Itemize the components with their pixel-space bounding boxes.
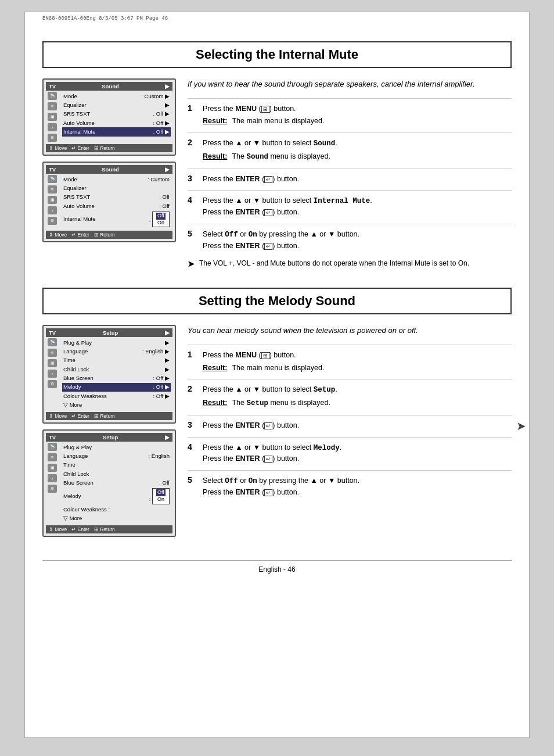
tv-dropdown-2: Off On bbox=[152, 488, 170, 504]
tv-icon-picture-3: ▣ bbox=[48, 359, 57, 367]
tv-icon-antenna: 📡 bbox=[48, 92, 57, 100]
tv-topbar-3: TV Setup ▶ bbox=[46, 328, 172, 337]
tv-icons-3: 📡 ≋ ▣ ♪ ⚙ bbox=[46, 337, 59, 411]
tv-screen-4: TV Setup ▶ 📡 ≋ ▣ ♪ ⚙ bbox=[42, 429, 176, 537]
tv-menu-list-1: Mode: Custom ▶ Equalizer▶ SRS TSXT: Off … bbox=[60, 91, 172, 143]
tv-topbar-2: TV Sound ▶ bbox=[46, 165, 172, 174]
tv-icon-sound: ♪ bbox=[48, 123, 57, 131]
step-num-1-1: 1 bbox=[188, 103, 197, 113]
step-num-2-2: 2 bbox=[188, 384, 197, 393]
page-number: English - 46 bbox=[42, 560, 512, 574]
section1-intro: If you want to hear the sound through se… bbox=[188, 78, 512, 90]
step-1-3: 3 Press the ENTER (↵) button. bbox=[188, 169, 512, 185]
step-content-1-3: Press the ENTER (↵) button. bbox=[203, 174, 512, 185]
section1-instructions: If you want to hear the sound through se… bbox=[188, 78, 512, 270]
step-1-5: 5 Select Off or On by pressing the ▲ or … bbox=[188, 224, 512, 252]
tv-row3-plug: Plug & Play▶ bbox=[62, 338, 171, 347]
tv-row3-colour: Colour Weakness: Off ▶ bbox=[62, 392, 171, 400]
tv-icon-sound-3: ♪ bbox=[48, 370, 57, 378]
tv-icon-signal-3: ≋ bbox=[48, 349, 57, 357]
step-2-1: 1 Press the MENU (⊞) button. Result: The… bbox=[188, 345, 512, 374]
tv-row-srs: SRS TSXT: Off ▶ bbox=[62, 110, 171, 119]
tv-topbar-4: TV Setup ▶ bbox=[46, 433, 172, 442]
tv-arrow-2: ▶ bbox=[165, 166, 170, 173]
tv-content-1: 📡 ≋ ▣ ♪ ⚙ Mode: Custom ▶ Equalizer▶ bbox=[46, 91, 172, 143]
tv-menu-list-3: Plug & Play▶ Language: English ▶ Time▶ C… bbox=[60, 337, 172, 411]
step-num-1-3: 3 bbox=[188, 174, 197, 183]
dropdown-off: Off bbox=[156, 213, 166, 220]
tv-icon-antenna-4: 📡 bbox=[48, 443, 57, 451]
note-text-1: The VOL +, VOL - and Mute buttons do not… bbox=[199, 258, 469, 270]
section1-steps: 1 Press the MENU (⊞) button. Result: The… bbox=[188, 98, 512, 252]
section1-screens: TV Sound ▶ 📡 ≋ ▣ ♪ ⚙ bbox=[42, 78, 176, 270]
tv-bottombar-4: ⇕ Move ↵ Enter ⊞ Return bbox=[46, 525, 172, 533]
right-margin-arrow: ➤ bbox=[516, 419, 526, 433]
dropdown-on: On bbox=[156, 220, 166, 227]
tv-row2-equalizer: Equalizer bbox=[62, 184, 171, 192]
tv-icon-sound-2: ♪ bbox=[48, 206, 57, 214]
tv-row4-lang: Language: English bbox=[62, 452, 171, 460]
step-2-2: 2 Press the ▲ or ▼ button to select Setu… bbox=[188, 379, 512, 409]
tv-icon-picture: ▣ bbox=[48, 113, 57, 121]
tv-row3-lang: Language: English ▶ bbox=[62, 347, 171, 356]
tv-icon-antenna-2: 📡 bbox=[48, 175, 57, 183]
tv-dropdown-1: Off On bbox=[152, 212, 170, 227]
step-2-4: 4 Press the ▲ or ▼ button to select Melo… bbox=[188, 437, 512, 465]
tv-row2-autovol: Auto Volume: Off bbox=[62, 202, 171, 210]
tv-icon-picture-4: ▣ bbox=[48, 464, 57, 472]
section2-header: Setting the Melody Sound bbox=[42, 288, 512, 314]
step-content-2-1: Press the MENU (⊞) button. Result: The m… bbox=[203, 350, 512, 374]
note-box-1: ➤ The VOL +, VOL - and Mute buttons do n… bbox=[188, 258, 512, 270]
step-num-1-4: 4 bbox=[188, 195, 197, 205]
tv-content-2: 📡 ≋ ▣ ♪ ⚙ Mode: Custom Equalizer bbox=[46, 174, 172, 230]
tv-row-autovol: Auto Volume: Off ▶ bbox=[62, 119, 171, 127]
tv-row3-time: Time▶ bbox=[62, 356, 171, 365]
step-num-1-5: 5 bbox=[188, 229, 197, 238]
tv-row4-melody: Melody : Off On bbox=[62, 488, 171, 505]
section2-title: Setting the Melody Sound bbox=[55, 293, 499, 309]
tv-icon-setup: ⚙ bbox=[48, 134, 57, 142]
tv-row4-more: ▽ More bbox=[62, 514, 171, 522]
tv-row-equalizer: Equalizer▶ bbox=[62, 101, 171, 109]
tv-menu-title-1: Sound bbox=[102, 83, 119, 89]
tv-screen-2: TV Sound ▶ 📡 ≋ ▣ ♪ ⚙ bbox=[42, 162, 176, 242]
section1-body: TV Sound ▶ 📡 ≋ ▣ ♪ ⚙ bbox=[42, 78, 512, 270]
print-header: BN68-00951A-00Eng 8/3/05 3:07 PM Page 46 bbox=[42, 16, 168, 22]
tv-row3-bluescreen: Blue Screen: Off ▶ bbox=[62, 374, 171, 383]
section2-instructions: You can hear melody sound when the telev… bbox=[188, 325, 512, 543]
result-1-2: Result: The Sound menu is displayed. bbox=[203, 151, 512, 163]
step-num-2-4: 4 bbox=[188, 442, 197, 452]
tv-row2-internal: Internal Mute : Off On bbox=[62, 210, 171, 228]
result-1-1: Result: The main menu is displayed. bbox=[203, 116, 512, 127]
tv-row4-colour: Colour Weakness : bbox=[62, 505, 171, 514]
page: BN68-00951A-00Eng 8/3/05 3:07 PM Page 46… bbox=[24, 12, 530, 738]
tv-icon-signal: ≋ bbox=[48, 102, 57, 110]
tv-row-internal-mute: Internal Mute: Off ▶ bbox=[62, 127, 171, 136]
step-content-1-1: Press the MENU (⊞) button. Result: The m… bbox=[203, 103, 512, 127]
section-internal-mute: Selecting the Internal Mute TV Sound ▶ 📡… bbox=[42, 41, 512, 574]
tv-menu-list-2: Mode: Custom Equalizer SRS TSXT: Off Aut… bbox=[60, 174, 172, 230]
tv-row2-mode: Mode: Custom bbox=[62, 175, 171, 184]
tv-content-3: 📡 ≋ ▣ ♪ ⚙ Plug & Play▶ bbox=[46, 337, 172, 411]
tv-row3-more: ▽ More bbox=[62, 401, 171, 410]
step-1-4: 4 Press the ▲ or ▼ button to select Inte… bbox=[188, 190, 512, 218]
tv-row2-srs: SRS TSXT: Off bbox=[62, 193, 171, 202]
tv-row-mode: Mode: Custom ▶ bbox=[62, 92, 171, 101]
step-1-1: 1 Press the MENU (⊞) button. Result: The… bbox=[188, 98, 512, 127]
tv-icon-setup-3: ⚙ bbox=[48, 380, 57, 388]
tv-icon-signal-2: ≋ bbox=[48, 185, 57, 194]
tv-icon-setup-4: ⚙ bbox=[48, 485, 57, 493]
section2-intro: You can hear melody sound when the telev… bbox=[188, 325, 512, 336]
tv-row4-bluescreen: Blue Screen: Off bbox=[62, 478, 171, 487]
tv-content-4: 📡 ≋ ▣ ♪ ⚙ Plug & Play bbox=[46, 442, 172, 524]
section2-steps: 1 Press the MENU (⊞) button. Result: The… bbox=[188, 345, 512, 498]
step-2-3: 3 Press the ENTER (↵) button. bbox=[188, 415, 512, 431]
tv-row4-time: Time bbox=[62, 461, 171, 470]
step-content-1-4: Press the ▲ or ▼ button to select Intern… bbox=[203, 195, 512, 218]
step-num-2-1: 1 bbox=[188, 350, 197, 359]
section2-screens: TV Setup ▶ 📡 ≋ ▣ ♪ ⚙ bbox=[42, 325, 176, 543]
step-content-2-3: Press the ENTER (↵) button. bbox=[203, 420, 512, 431]
tv-icon-sound-4: ♪ bbox=[48, 474, 57, 482]
tv-screen-1: TV Sound ▶ 📡 ≋ ▣ ♪ ⚙ bbox=[42, 78, 176, 156]
tv-bottombar-2: ⇕ Move ↵ Enter ⊞ Return bbox=[46, 231, 172, 239]
